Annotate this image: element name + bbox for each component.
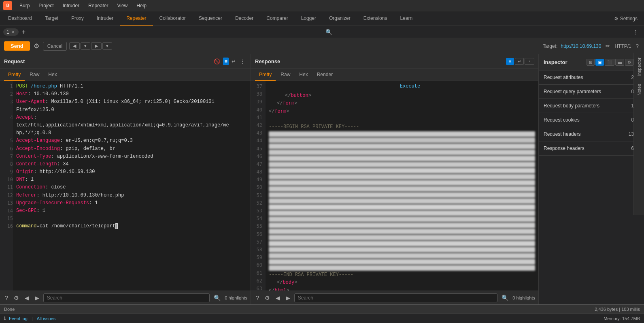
inspector-header: Inspector ⊞ ▣ ⬛ ▬ ⚙ ✕: [539, 54, 644, 71]
response-view-wrap[interactable]: ↵: [515, 58, 524, 65]
request-view-text[interactable]: ≡: [223, 58, 229, 65]
nav-dropdown-button[interactable]: ▾: [81, 42, 90, 50]
nav-forward-button[interactable]: ▶: [91, 42, 102, 50]
inspector-section-request-headers[interactable]: Request headers 13 ▾: [539, 127, 644, 141]
resp-blurred-56: [269, 216, 535, 222]
all-issues-link[interactable]: All issues: [37, 316, 55, 321]
request-search-bar: ? ⚙ ◀ ▶ 🔍 0 highlights: [0, 291, 251, 304]
menu-project[interactable]: Project: [34, 2, 57, 10]
req-line-1: POST /home.php HTTP/1.1: [16, 83, 247, 90]
inspector-section-query-params[interactable]: Request query parameters 0 ▾: [539, 85, 644, 99]
inspector-toggle-panel[interactable]: ▣: [595, 59, 604, 66]
resp-blurred-61: [269, 247, 535, 252]
response-search-button[interactable]: 🔍: [500, 294, 510, 302]
repeater-tab-1[interactable]: 1 ×: [3, 28, 19, 36]
req-line-4c: bp,*/*;q=0.8: [16, 129, 247, 137]
inspector-section-response-headers[interactable]: Response headers 6 ▾: [539, 141, 644, 156]
request-search-settings[interactable]: ⚙: [12, 294, 21, 302]
response-search-input[interactable]: [294, 293, 498, 302]
menu-help[interactable]: Help: [132, 2, 151, 10]
side-notes-label[interactable]: Notes: [635, 82, 643, 97]
inspector-toggle-split-h[interactable]: ⬛: [605, 59, 614, 66]
tab-decoder[interactable]: Decoder: [229, 11, 260, 26]
request-tab-hex[interactable]: Hex: [44, 69, 61, 81]
request-search-next[interactable]: ▶: [33, 294, 41, 302]
request-code-area[interactable]: 123 4 5678910111213141516 POST /home.php…: [0, 81, 251, 291]
response-search-settings[interactable]: ⚙: [263, 294, 272, 302]
resp-blurred-46: [269, 156, 535, 161]
menu-intruder[interactable]: Intruder: [59, 2, 83, 10]
menu-burp[interactable]: Burp: [15, 2, 34, 10]
response-more-options[interactable]: ⋮: [525, 58, 534, 65]
inspector-settings[interactable]: ⚙: [625, 59, 633, 66]
request-view-wrap[interactable]: ↵: [230, 58, 237, 65]
response-tab-pretty[interactable]: Pretty: [255, 69, 276, 81]
request-search-prev[interactable]: ◀: [23, 294, 31, 302]
status-bar: Done 2,436 bytes | 103 millis: [0, 304, 644, 313]
response-view-text[interactable]: ≡: [506, 58, 514, 65]
tab-close-button[interactable]: ×: [11, 29, 15, 35]
req-line-9: Origin: http://10.10.69.130: [16, 168, 247, 176]
add-tab-button[interactable]: +: [20, 28, 27, 36]
request-tab-pretty[interactable]: Pretty: [4, 69, 25, 81]
menu-view[interactable]: View: [113, 2, 132, 10]
request-search-input[interactable]: [43, 293, 210, 302]
protocol-help-button[interactable]: ?: [635, 42, 640, 50]
tab-search-button[interactable]: 🔍: [323, 29, 335, 35]
tab-intruder[interactable]: Intruder: [90, 11, 120, 26]
event-log-link[interactable]: Event log: [9, 316, 28, 321]
menu-repeater[interactable]: Repeater: [84, 2, 112, 10]
tab-logger[interactable]: Logger: [295, 11, 323, 26]
request-search-button[interactable]: 🔍: [212, 294, 222, 302]
request-more-options[interactable]: ⋮: [239, 58, 247, 65]
response-search-next[interactable]: ▶: [284, 294, 292, 302]
response-search-prev[interactable]: ◀: [274, 294, 282, 302]
tab-target[interactable]: Target: [38, 11, 65, 26]
req-line-4: Accept:: [16, 114, 247, 122]
inspector-section-request-attributes[interactable]: Request attributes 2 ▾: [539, 71, 644, 85]
tab-organizer[interactable]: Organizer: [323, 11, 357, 26]
cancel-button[interactable]: Cancel: [43, 42, 67, 51]
inspector-toggle-split-v[interactable]: ▬: [615, 59, 624, 66]
response-sub-tabs: Pretty Raw Hex Render: [251, 69, 538, 81]
response-search-help[interactable]: ?: [254, 294, 261, 302]
status-bytes: 2,436 bytes | 103 millis: [595, 307, 640, 312]
target-label: Target:: [543, 43, 558, 49]
settings-button[interactable]: ⚙ Settings: [609, 11, 642, 26]
response-tab-raw[interactable]: Raw: [276, 69, 294, 81]
tab-collaborator[interactable]: Collaborator: [153, 11, 192, 26]
send-button[interactable]: Send: [4, 41, 30, 51]
resp-blurred-49: [269, 174, 535, 180]
more-options-button[interactable]: ⋮: [630, 29, 641, 35]
inspector-section-cookies[interactable]: Request cookies 0 ▾: [539, 113, 644, 127]
response-code-area[interactable]: 3738394041 4243444546 4748495051 5253545…: [251, 81, 538, 291]
nav-back-button[interactable]: ◀: [69, 42, 80, 50]
req-line-16: command=cat /home/charlie/teleport|: [16, 222, 247, 230]
tab-repeater[interactable]: Repeater: [120, 11, 153, 26]
tab-learn[interactable]: Learn: [393, 11, 419, 26]
resp-execute-row: Execute: [269, 83, 535, 90]
tab-proxy[interactable]: Proxy: [65, 11, 90, 26]
request-code-content[interactable]: POST /home.php HTTP/1.1 Host: 10.10.69.1…: [13, 81, 251, 291]
response-tab-render[interactable]: Render: [313, 69, 337, 81]
resp-line-65: -----END RSA PRIVATE KEY-----: [269, 271, 535, 279]
info-icon: ℹ: [4, 316, 6, 321]
tab-extensions[interactable]: Extensions: [357, 11, 394, 26]
inspector-section-body-params[interactable]: Request body parameters 1 ▾: [539, 99, 644, 113]
tab-comparer[interactable]: Comparer: [260, 11, 294, 26]
request-tab-raw[interactable]: Raw: [26, 69, 43, 81]
edit-target-button[interactable]: ✏: [604, 42, 611, 50]
resp-blurred-62: [269, 253, 535, 259]
nav-forward-dropdown-button[interactable]: ▾: [102, 42, 112, 50]
request-disable-icon[interactable]: 🚫: [213, 58, 221, 65]
side-inspector-label[interactable]: Inspector: [635, 56, 643, 77]
inspector-toggle-table[interactable]: ⊞: [587, 59, 595, 66]
resp-blurred-63: [269, 259, 535, 265]
settings-icon-button[interactable]: ⚙: [32, 41, 40, 51]
request-search-help[interactable]: ?: [3, 294, 10, 302]
tab-dashboard[interactable]: Dashboard: [2, 11, 38, 26]
response-tab-hex[interactable]: Hex: [295, 69, 312, 81]
req-line-10: DNT: 1: [16, 176, 247, 184]
tab-sequencer[interactable]: Sequencer: [192, 11, 229, 26]
resp-line-39: </form>: [269, 108, 535, 116]
